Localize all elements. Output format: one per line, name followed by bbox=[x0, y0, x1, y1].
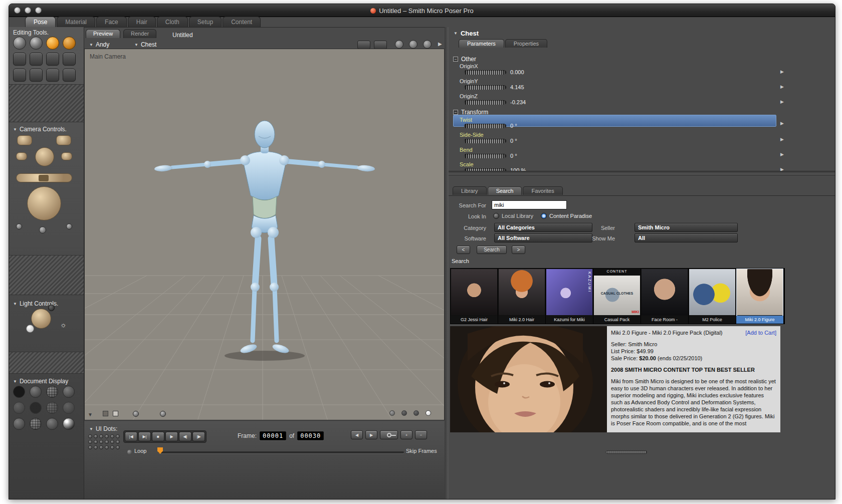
local-library-radio[interactable] bbox=[493, 213, 499, 219]
light-sphere-icon[interactable] bbox=[31, 309, 51, 329]
ui-dot[interactable] bbox=[116, 440, 120, 444]
param-value[interactable]: 0 ° bbox=[510, 153, 517, 159]
tab-properties[interactable]: Properties bbox=[505, 39, 547, 48]
display-style-flat-lined-icon[interactable] bbox=[46, 402, 58, 414]
camera-name-label[interactable]: Main Camera bbox=[90, 53, 126, 60]
search-button[interactable]: Search bbox=[477, 245, 507, 254]
twist-tool-icon[interactable] bbox=[30, 37, 43, 50]
horizontal-scrollbar[interactable] bbox=[606, 450, 647, 454]
param-options-arrow-icon[interactable]: ▶ bbox=[780, 152, 784, 157]
disclosure-triangle-icon[interactable]: ▼ bbox=[454, 31, 458, 36]
tracking-mode-icon[interactable] bbox=[423, 40, 432, 49]
play-button[interactable]: ▶ bbox=[165, 432, 178, 441]
param-options-arrow-icon[interactable]: ▶ bbox=[780, 137, 784, 142]
view-magnifier-tool-icon[interactable] bbox=[30, 69, 43, 82]
result-thumb-m2-police[interactable]: M2 Police bbox=[689, 269, 736, 324]
display-style-smooth-lined-icon[interactable] bbox=[30, 418, 42, 430]
display-style-flat-icon[interactable] bbox=[30, 402, 42, 414]
right-hand-camera-icon[interactable] bbox=[61, 152, 72, 160]
viewport-3d[interactable]: Main Camera ▼ bbox=[84, 49, 445, 420]
direct-manipulation-tool-icon[interactable] bbox=[63, 69, 76, 82]
step-forward-button[interactable]: |▶ bbox=[192, 432, 205, 441]
view-pane-dot-1-icon[interactable] bbox=[389, 410, 395, 416]
disclosure-triangle-icon[interactable]: ▼ bbox=[89, 427, 93, 431]
param-value[interactable]: 0 ° bbox=[510, 138, 517, 144]
edit-keyframes-button[interactable] bbox=[380, 430, 398, 439]
view-menu-arrow-icon[interactable]: ▼ bbox=[88, 412, 93, 417]
tab-render[interactable]: Render bbox=[123, 29, 156, 38]
param-group-other[interactable]: − Other bbox=[453, 56, 476, 63]
display-style-outline-icon[interactable] bbox=[30, 386, 42, 398]
last-frame-button[interactable]: ▶| bbox=[138, 432, 151, 441]
param-options-arrow-icon[interactable]: ▶ bbox=[780, 69, 784, 74]
actor-menu[interactable]: ▼ Chest bbox=[134, 41, 156, 48]
step-back-button[interactable]: ◀| bbox=[179, 432, 191, 441]
panel-divider[interactable] bbox=[449, 171, 835, 175]
ui-dot[interactable] bbox=[94, 434, 98, 438]
collapse-group-icon[interactable]: − bbox=[453, 57, 458, 62]
ui-dot[interactable] bbox=[88, 440, 92, 444]
param-value[interactable]: 100 % bbox=[510, 167, 526, 171]
add-keyframe-button[interactable]: + bbox=[400, 430, 412, 439]
ui-dot[interactable] bbox=[99, 445, 103, 449]
param-group-transform[interactable]: − Transform bbox=[453, 109, 488, 116]
param-value[interactable]: 4.145 bbox=[510, 84, 524, 90]
shadow-toggle-icon[interactable] bbox=[409, 40, 417, 49]
title-bar[interactable]: Untitled – Smith Micro Poser Pro bbox=[9, 4, 835, 17]
camera-controls-header[interactable]: ▼ Camera Controls. bbox=[13, 126, 67, 133]
document-display-header[interactable]: ▼ Document Display bbox=[13, 378, 68, 385]
ui-dot[interactable] bbox=[116, 434, 120, 438]
tab-hair[interactable]: Hair bbox=[128, 17, 156, 27]
tab-parameters[interactable]: Parameters bbox=[459, 39, 504, 48]
tab-pose[interactable]: Pose bbox=[25, 17, 56, 27]
content-paradise-option-label[interactable]: Content Paradise bbox=[549, 213, 592, 219]
foreground-color-chip[interactable] bbox=[113, 411, 118, 416]
search-input[interactable] bbox=[492, 200, 567, 209]
param-options-arrow-icon[interactable]: ▶ bbox=[780, 121, 784, 126]
result-thumb-g2-jessi-hair[interactable]: G2 Jessi Hair bbox=[451, 269, 498, 324]
scale-tool-icon[interactable] bbox=[13, 53, 26, 66]
ui-dot[interactable] bbox=[116, 445, 120, 449]
chain-break-tool-icon[interactable] bbox=[46, 53, 59, 66]
content-paradise-radio[interactable] bbox=[541, 213, 547, 219]
light-dark-icon[interactable] bbox=[48, 305, 55, 311]
tab-preview[interactable]: Preview bbox=[86, 29, 120, 38]
camera-plane-control[interactable] bbox=[16, 173, 72, 182]
next-page-button[interactable]: > bbox=[512, 245, 525, 254]
taper-tool-icon[interactable] bbox=[30, 53, 43, 66]
current-frame-field[interactable]: 00001 bbox=[260, 431, 286, 440]
memorize-pose-icon[interactable] bbox=[357, 41, 370, 49]
background-color-chip[interactable] bbox=[103, 411, 108, 416]
ui-dot[interactable] bbox=[94, 445, 98, 449]
view-pane-dot-2-icon[interactable] bbox=[401, 410, 407, 416]
param-options-arrow-icon[interactable]: ▶ bbox=[780, 167, 784, 171]
mannequin-figure[interactable] bbox=[134, 119, 395, 370]
parameter-dial[interactable] bbox=[464, 85, 506, 90]
result-thumb-miki-hair[interactable]: Miki 2.0 Hair bbox=[498, 269, 545, 324]
ui-dot[interactable] bbox=[105, 445, 109, 449]
param-value[interactable]: 0.000 bbox=[510, 69, 524, 75]
display-style-wireframe-icon[interactable] bbox=[46, 386, 58, 398]
tab-library[interactable]: Library bbox=[453, 186, 487, 195]
tab-cloth[interactable]: Cloth bbox=[157, 17, 188, 27]
shadow-color-icon[interactable] bbox=[133, 411, 139, 417]
disclosure-triangle-icon[interactable]: ▼ bbox=[13, 127, 17, 132]
loop-toggle[interactable] bbox=[127, 450, 132, 454]
ui-dot[interactable] bbox=[99, 434, 103, 438]
restore-pose-icon[interactable] bbox=[374, 41, 387, 49]
display-style-lit-wireframe-icon[interactable] bbox=[13, 402, 25, 414]
total-frames-field[interactable]: 00030 bbox=[297, 431, 324, 440]
disclosure-triangle-icon[interactable]: ▼ bbox=[13, 379, 17, 384]
disclosure-triangle-icon[interactable]: ▼ bbox=[13, 302, 17, 306]
display-style-texture-shaded-icon[interactable] bbox=[63, 418, 75, 430]
face-camera-icon[interactable] bbox=[35, 147, 54, 166]
result-thumb-face-room[interactable]: Face Room - bbox=[641, 269, 688, 324]
timeline-scrubber-track[interactable] bbox=[158, 451, 404, 453]
result-thumb-casual-pack[interactable]: CONTENT CASUAL CLOTHES MIKI Casual Pack bbox=[593, 269, 641, 324]
parameter-dial[interactable] bbox=[464, 154, 506, 158]
local-library-option-label[interactable]: Local Library bbox=[502, 213, 533, 219]
figure-menu[interactable]: ▼ Andy bbox=[89, 41, 109, 48]
software-select[interactable]: All Software bbox=[494, 233, 592, 242]
left-hand-camera-icon[interactable] bbox=[16, 152, 27, 160]
ui-dot[interactable] bbox=[110, 434, 114, 438]
